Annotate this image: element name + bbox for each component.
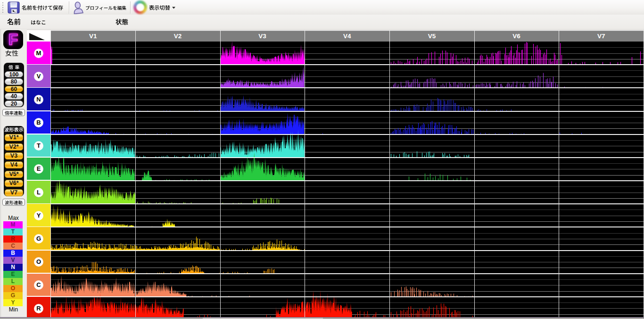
svg-text:V1: V1 bbox=[89, 33, 97, 40]
svg-text:V4: V4 bbox=[343, 33, 351, 40]
svg-text:V5: V5 bbox=[428, 33, 436, 40]
svg-text:V2: V2 bbox=[174, 33, 182, 40]
svg-text:V6: V6 bbox=[512, 33, 520, 40]
svg-text:V7: V7 bbox=[597, 33, 605, 40]
svg-text:V3: V3 bbox=[258, 33, 266, 40]
